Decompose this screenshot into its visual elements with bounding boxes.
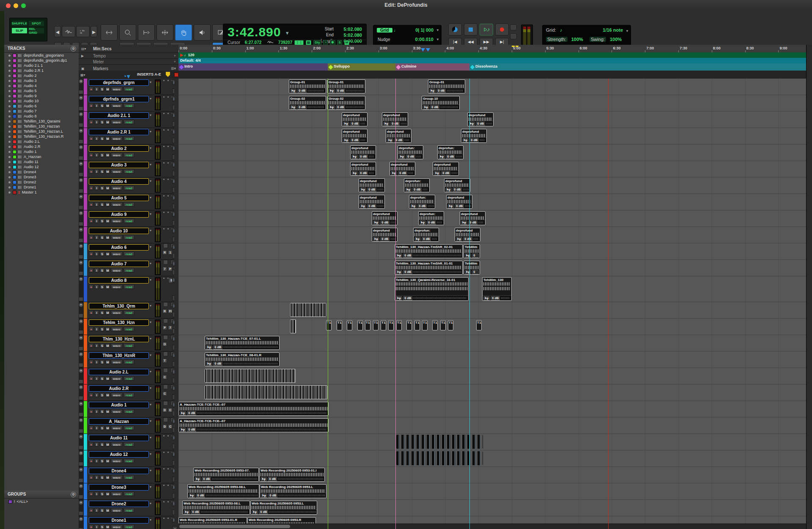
stop-button[interactable] xyxy=(464,24,477,35)
playlist-icon[interactable] xyxy=(79,189,83,193)
track-input-button[interactable]: I xyxy=(94,251,99,256)
track-lane[interactable]: deprofund⏵φ0 dBdeprofund⏵φ0 dBdeprofund⏵… xyxy=(178,112,806,128)
sidebar-track-item[interactable]: Audio 2.R xyxy=(4,144,79,149)
track-solo-button[interactable]: S xyxy=(100,442,104,447)
insert-slot-dot[interactable] xyxy=(167,485,169,486)
audio-clip[interactable]: T1 xyxy=(365,320,370,330)
track-input-button[interactable]: I xyxy=(94,376,99,381)
insert-slot-dot[interactable] xyxy=(167,501,169,502)
track-name-box[interactable]: Audio 10 xyxy=(89,228,149,234)
audio-clip[interactable]: Web Recording 20250605 0953-01.l⏵φ0 dB xyxy=(259,468,325,482)
track-automation-mode[interactable]: read xyxy=(123,310,134,315)
send-letter[interactable]: R xyxy=(162,309,167,314)
track-name-menu-icon[interactable]: ▾ xyxy=(150,179,151,183)
insert-slot-dot[interactable] xyxy=(163,195,165,196)
play-button[interactable] xyxy=(480,24,493,35)
send-letter[interactable]: C xyxy=(162,391,167,396)
audio-clip[interactable]: deprofun:⏵φ0 dB xyxy=(437,145,464,159)
track-input-button[interactable]: I xyxy=(94,310,99,315)
track-collapse-icon[interactable]: ▾ xyxy=(79,303,83,307)
playlist-icon[interactable] xyxy=(79,363,83,367)
track-mute-button[interactable]: M xyxy=(105,458,110,463)
track-header[interactable]: ▾Audio 10▾●ISMwaveread▣≡ xyxy=(79,227,178,243)
grid-mode-button[interactable]: REL GRID xyxy=(28,27,44,34)
track-input-button[interactable]: I xyxy=(94,475,99,480)
track-lane[interactable]: Web Recording 20250605 0953-08.L⏵φ0 dBWe… xyxy=(178,500,806,516)
track-lane[interactable]: Group-01⏵φ0 dBGroup-01⏵φ0 dBGroup-01⏵φ0 … xyxy=(178,79,806,95)
track-mute-button[interactable]: M xyxy=(105,360,110,364)
track-name-box[interactable]: Drone3 xyxy=(89,484,149,491)
track-mute-button[interactable]: M xyxy=(105,136,110,141)
track-name-box[interactable]: Drone4 xyxy=(89,468,149,474)
track-record-button[interactable]: ● xyxy=(89,202,93,207)
track-mute-button[interactable]: M xyxy=(105,103,110,108)
track-show-dot-icon[interactable] xyxy=(8,191,11,194)
track-name-box[interactable]: dprfnds_grgrn1 xyxy=(89,96,149,102)
audio-clip[interactable]: Web Recording 20250605 0953-08.L⏵φ0 dB xyxy=(187,484,259,498)
track-name-box[interactable]: Audio 2.L xyxy=(89,369,149,375)
track-view-selector[interactable]: wave xyxy=(111,251,123,256)
track-name-box[interactable]: Audio 6 xyxy=(89,244,149,251)
insert-slot-dot[interactable] xyxy=(167,80,169,81)
track-name-box[interactable]: Tehlm_130_Qrm xyxy=(89,303,149,309)
marker-section[interactable] xyxy=(178,63,328,71)
track-name-box[interactable]: Audio 2.R 1 xyxy=(89,129,149,135)
track-lane[interactable]: Web Recording 20250605 0953-08.L⏵φ0 dBWe… xyxy=(178,483,806,500)
track-collapse-icon[interactable]: ▾ xyxy=(79,211,83,215)
track-show-dot-icon[interactable] xyxy=(8,85,11,87)
track-solo-button[interactable]: S xyxy=(100,327,104,331)
track-input-button[interactable]: I xyxy=(94,268,99,273)
track-view-selector[interactable]: wave xyxy=(111,185,123,190)
track-automation-mode[interactable]: read xyxy=(123,409,134,414)
track-record-button[interactable]: ● xyxy=(89,153,93,157)
zoom-in-arrow-icon[interactable]: ▸ xyxy=(91,26,97,37)
track-show-dot-icon[interactable] xyxy=(8,131,11,133)
track-show-dot-icon[interactable] xyxy=(8,80,11,82)
track-show-dot-icon[interactable] xyxy=(8,115,11,117)
track-input-button[interactable]: I xyxy=(94,524,99,529)
audio-clip[interactable]: deprofund⏵φ0 dB xyxy=(461,129,487,143)
track-collapse-icon[interactable]: ▾ xyxy=(79,451,83,455)
sidebar-track-item[interactable]: Audio 2.L 1 xyxy=(4,63,79,68)
zoom-out-arrow-icon[interactable]: ◂ xyxy=(54,26,61,37)
track-header[interactable]: ▾Audio 11▾●ISMwaveread▣≡ xyxy=(79,434,178,450)
track-input-button[interactable]: I xyxy=(94,120,99,124)
audio-clip[interactable]: deprofund⏵φ0 dB xyxy=(372,211,398,225)
track-header[interactable]: ▾Drone1▾●ISMwaveread▣≡ xyxy=(79,516,178,529)
track-name-menu-icon[interactable]: ▾ xyxy=(150,304,151,308)
track-automation-mode[interactable]: read xyxy=(123,327,134,331)
track-input-button[interactable]: I xyxy=(94,458,99,463)
track-solo-button[interactable]: S xyxy=(100,185,104,190)
track-record-button[interactable]: ● xyxy=(89,218,93,223)
track-mute-button[interactable]: M xyxy=(105,120,110,124)
track-name-box[interactable]: Audio 2 xyxy=(89,145,149,152)
track-show-dot-icon[interactable] xyxy=(8,156,11,158)
track-collapse-icon[interactable]: ▾ xyxy=(79,244,83,248)
playlist-icon[interactable] xyxy=(79,156,83,160)
audio-clip-bars[interactable] xyxy=(396,435,483,449)
track-header[interactable]: ▾Drone3▾●ISMwaveread▣≡ xyxy=(79,483,178,500)
track-automation-mode[interactable]: read xyxy=(123,442,134,447)
track-name-menu-icon[interactable]: ▾ xyxy=(150,320,151,324)
playlist-icon[interactable] xyxy=(79,413,83,416)
track-header[interactable]: ▾Audio 9▾●ISMwaveread▣≡ xyxy=(79,210,178,227)
track-mute-button[interactable]: M xyxy=(105,87,110,91)
playlist-icon[interactable] xyxy=(79,314,83,317)
audio-clip[interactable]: T1 xyxy=(432,320,438,330)
insert-slot-dot[interactable] xyxy=(163,319,168,323)
tracks-panel-menu-icon[interactable]: ◎ xyxy=(71,46,76,52)
audio-clip[interactable]: deprofund⏵φ0 dB xyxy=(342,112,368,126)
track-name-box[interactable]: deprfnds_grgrn xyxy=(89,79,149,86)
audio-clip[interactable]: Tehillim_130⏵φ0 dB xyxy=(482,277,512,301)
track-lane[interactable]: Tehillim_130_Qaraimi-Reverse_16-01⏵φ0 dB… xyxy=(178,276,806,302)
end-value[interactable]: 5:02.080 xyxy=(335,33,362,38)
track-header[interactable]: ▾dprfnds_grgrn1▾●ISMwaveread▣≡ xyxy=(79,95,178,112)
audio-clip[interactable]: T1 xyxy=(440,320,446,330)
track-collapse-icon[interactable]: ▾ xyxy=(79,418,83,422)
track-automation-mode[interactable]: read xyxy=(123,218,134,223)
playlist-icon[interactable] xyxy=(79,330,83,334)
insert-slot-dot[interactable] xyxy=(167,162,169,164)
insert-slot-dot[interactable] xyxy=(167,452,169,453)
audio-clip[interactable]: deprofund⏵φ0 dB xyxy=(359,195,385,209)
track-input-button[interactable]: I xyxy=(94,103,99,108)
